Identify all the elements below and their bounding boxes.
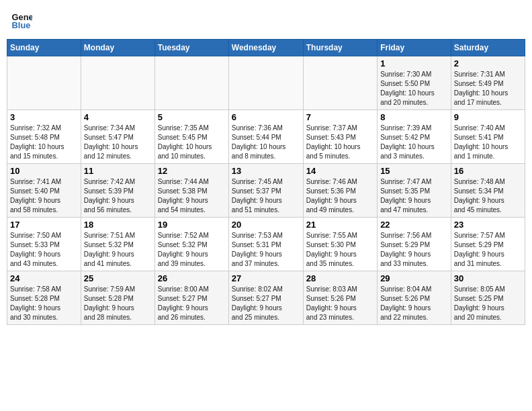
weekday-header-tuesday: Tuesday (154, 40, 228, 56)
weekday-header-saturday: Saturday (451, 40, 525, 56)
calendar-cell: 12Sunrise: 7:44 AM Sunset: 5:38 PM Dayli… (154, 164, 228, 218)
day-info: Sunrise: 7:53 AM Sunset: 5:31 PM Dayligh… (232, 231, 300, 269)
calendar-week-2: 3Sunrise: 7:32 AM Sunset: 5:48 PM Daylig… (7, 110, 525, 164)
day-info: Sunrise: 7:55 AM Sunset: 5:30 PM Dayligh… (306, 231, 374, 269)
day-info: Sunrise: 8:05 AM Sunset: 5:25 PM Dayligh… (454, 285, 522, 322)
day-number: 21 (306, 220, 374, 230)
calendar-table: SundayMondayTuesdayWednesdayThursdayFrid… (7, 39, 525, 325)
day-info: Sunrise: 7:32 AM Sunset: 5:48 PM Dayligh… (10, 124, 78, 161)
day-number: 29 (380, 273, 448, 283)
logo: General Blue (11, 9, 32, 31)
weekday-header-wednesday: Wednesday (228, 40, 303, 56)
day-info: Sunrise: 7:39 AM Sunset: 5:42 PM Dayligh… (380, 124, 448, 161)
calendar-cell: 24Sunrise: 7:58 AM Sunset: 5:28 PM Dayli… (7, 271, 81, 325)
calendar-cell: 16Sunrise: 7:48 AM Sunset: 5:34 PM Dayli… (451, 164, 525, 218)
day-info: Sunrise: 7:41 AM Sunset: 5:40 PM Dayligh… (10, 177, 78, 215)
calendar-cell: 29Sunrise: 8:04 AM Sunset: 5:26 PM Dayli… (378, 271, 451, 325)
calendar-cell: 30Sunrise: 8:05 AM Sunset: 5:25 PM Dayli… (451, 271, 525, 325)
day-info: Sunrise: 7:42 AM Sunset: 5:39 PM Dayligh… (84, 177, 152, 215)
calendar-cell: 23Sunrise: 7:57 AM Sunset: 5:29 PM Dayli… (451, 218, 525, 271)
day-info: Sunrise: 7:47 AM Sunset: 5:35 PM Dayligh… (380, 177, 448, 215)
weekday-header-sunday: Sunday (7, 40, 81, 56)
calendar-cell (7, 56, 81, 110)
weekday-header-friday: Friday (378, 40, 451, 56)
day-info: Sunrise: 8:03 AM Sunset: 5:26 PM Dayligh… (306, 285, 374, 322)
day-info: Sunrise: 7:50 AM Sunset: 5:33 PM Dayligh… (10, 231, 78, 269)
day-number: 28 (306, 273, 374, 283)
day-number: 11 (84, 166, 152, 176)
day-number: 15 (380, 166, 448, 176)
day-number: 8 (380, 112, 448, 122)
calendar-cell: 5Sunrise: 7:35 AM Sunset: 5:45 PM Daylig… (154, 110, 228, 164)
day-number: 27 (232, 273, 300, 283)
day-number: 20 (232, 220, 300, 230)
calendar-cell (303, 56, 377, 110)
day-info: Sunrise: 7:45 AM Sunset: 5:37 PM Dayligh… (232, 177, 300, 215)
calendar-cell: 21Sunrise: 7:55 AM Sunset: 5:30 PM Dayli… (303, 218, 377, 271)
day-info: Sunrise: 7:31 AM Sunset: 5:49 PM Dayligh… (454, 70, 522, 107)
day-info: Sunrise: 7:30 AM Sunset: 5:50 PM Dayligh… (380, 70, 448, 107)
day-number: 2 (454, 58, 522, 68)
calendar-week-5: 24Sunrise: 7:58 AM Sunset: 5:28 PM Dayli… (7, 271, 525, 325)
calendar-cell (154, 56, 228, 110)
day-number: 7 (306, 112, 374, 122)
calendar-cell: 15Sunrise: 7:47 AM Sunset: 5:35 PM Dayli… (378, 164, 451, 218)
calendar-cell: 19Sunrise: 7:52 AM Sunset: 5:32 PM Dayli… (154, 218, 228, 271)
day-number: 4 (84, 112, 152, 122)
calendar-cell: 7Sunrise: 7:37 AM Sunset: 5:43 PM Daylig… (303, 110, 377, 164)
calendar-cell: 4Sunrise: 7:34 AM Sunset: 5:47 PM Daylig… (81, 110, 154, 164)
calendar-cell: 13Sunrise: 7:45 AM Sunset: 5:37 PM Dayli… (228, 164, 303, 218)
day-info: Sunrise: 7:40 AM Sunset: 5:41 PM Dayligh… (454, 124, 522, 161)
day-number: 5 (158, 112, 226, 122)
day-number: 1 (380, 58, 448, 68)
day-info: Sunrise: 7:36 AM Sunset: 5:44 PM Dayligh… (232, 124, 300, 161)
day-number: 30 (454, 273, 522, 283)
calendar-cell: 28Sunrise: 8:03 AM Sunset: 5:26 PM Dayli… (303, 271, 377, 325)
calendar-header: SundayMondayTuesdayWednesdayThursdayFrid… (7, 40, 525, 56)
day-number: 6 (232, 112, 300, 122)
day-number: 13 (232, 166, 300, 176)
day-number: 12 (158, 166, 226, 176)
day-number: 9 (454, 112, 522, 122)
calendar-cell: 26Sunrise: 8:00 AM Sunset: 5:27 PM Dayli… (154, 271, 228, 325)
page-header: General Blue (7, 7, 525, 34)
calendar-cell: 11Sunrise: 7:42 AM Sunset: 5:39 PM Dayli… (81, 164, 154, 218)
day-info: Sunrise: 7:59 AM Sunset: 5:28 PM Dayligh… (84, 285, 152, 322)
day-info: Sunrise: 7:44 AM Sunset: 5:38 PM Dayligh… (158, 177, 226, 215)
calendar-cell: 27Sunrise: 8:02 AM Sunset: 5:27 PM Dayli… (228, 271, 303, 325)
day-number: 23 (454, 220, 522, 230)
day-info: Sunrise: 7:48 AM Sunset: 5:34 PM Dayligh… (454, 177, 522, 215)
day-number: 24 (10, 273, 78, 283)
day-info: Sunrise: 7:46 AM Sunset: 5:36 PM Dayligh… (306, 177, 374, 215)
calendar-cell: 22Sunrise: 7:56 AM Sunset: 5:29 PM Dayli… (378, 218, 451, 271)
calendar-cell: 6Sunrise: 7:36 AM Sunset: 5:44 PM Daylig… (228, 110, 303, 164)
calendar-week-3: 10Sunrise: 7:41 AM Sunset: 5:40 PM Dayli… (7, 164, 525, 218)
day-info: Sunrise: 7:35 AM Sunset: 5:45 PM Dayligh… (158, 124, 226, 161)
calendar-cell: 3Sunrise: 7:32 AM Sunset: 5:48 PM Daylig… (7, 110, 81, 164)
day-info: Sunrise: 8:02 AM Sunset: 5:27 PM Dayligh… (232, 285, 300, 322)
day-number: 17 (10, 220, 78, 230)
day-number: 14 (306, 166, 374, 176)
day-number: 3 (10, 112, 78, 122)
day-number: 16 (454, 166, 522, 176)
weekday-header-thursday: Thursday (303, 40, 377, 56)
day-number: 18 (84, 220, 152, 230)
calendar-cell: 20Sunrise: 7:53 AM Sunset: 5:31 PM Dayli… (228, 218, 303, 271)
calendar-cell: 8Sunrise: 7:39 AM Sunset: 5:42 PM Daylig… (378, 110, 451, 164)
calendar-cell: 18Sunrise: 7:51 AM Sunset: 5:32 PM Dayli… (81, 218, 154, 271)
calendar-cell: 14Sunrise: 7:46 AM Sunset: 5:36 PM Dayli… (303, 164, 377, 218)
calendar-cell: 17Sunrise: 7:50 AM Sunset: 5:33 PM Dayli… (7, 218, 81, 271)
calendar-body: 1Sunrise: 7:30 AM Sunset: 5:50 PM Daylig… (7, 56, 525, 325)
weekday-header-row: SundayMondayTuesdayWednesdayThursdayFrid… (7, 40, 525, 56)
day-info: Sunrise: 7:52 AM Sunset: 5:32 PM Dayligh… (158, 231, 226, 269)
weekday-header-monday: Monday (81, 40, 154, 56)
day-info: Sunrise: 7:37 AM Sunset: 5:43 PM Dayligh… (306, 124, 374, 161)
day-info: Sunrise: 7:57 AM Sunset: 5:29 PM Dayligh… (454, 231, 522, 269)
calendar-cell: 2Sunrise: 7:31 AM Sunset: 5:49 PM Daylig… (451, 56, 525, 110)
calendar-cell (228, 56, 303, 110)
calendar-cell: 10Sunrise: 7:41 AM Sunset: 5:40 PM Dayli… (7, 164, 81, 218)
day-info: Sunrise: 7:34 AM Sunset: 5:47 PM Dayligh… (84, 124, 152, 161)
calendar-cell: 25Sunrise: 7:59 AM Sunset: 5:28 PM Dayli… (81, 271, 154, 325)
day-number: 10 (10, 166, 78, 176)
svg-text:Blue: Blue (12, 20, 31, 30)
